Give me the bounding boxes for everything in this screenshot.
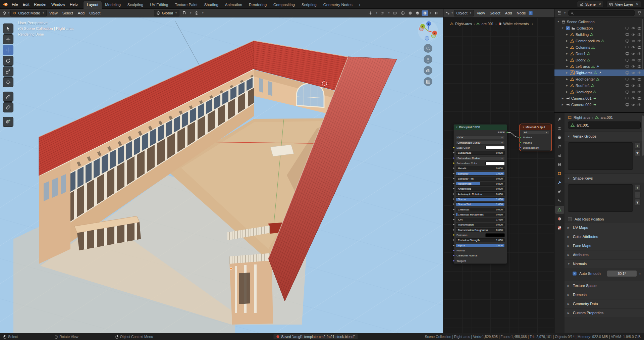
node-collapse-icon[interactable]: ▼ — [522, 126, 524, 128]
cam2-toggle-icon[interactable] — [637, 77, 641, 81]
workspace-tab-rendering[interactable]: Rendering — [246, 1, 270, 9]
viewport-menu-object[interactable]: Object — [87, 10, 102, 16]
slider-clearcoat[interactable]: Clearcoat0.000 — [456, 208, 505, 211]
pause-render-button[interactable] — [432, 10, 440, 16]
viewport-menu-add[interactable]: Add — [76, 10, 87, 16]
outliner-row-building[interactable]: ▶Building — [554, 31, 644, 38]
menu-help[interactable]: Help — [67, 1, 80, 7]
filter-icon[interactable] — [637, 11, 641, 15]
input-socket-subsurface-color[interactable] — [453, 162, 455, 164]
workspace-tab-sculpting[interactable]: Sculpting — [124, 1, 147, 9]
screen-toggle-icon[interactable] — [625, 103, 629, 107]
expander-icon[interactable]: ▶ — [565, 84, 569, 87]
input-socket-clearcoat-normal[interactable] — [453, 254, 455, 256]
screen-toggle-icon[interactable] — [625, 39, 629, 43]
slider-sheen-tint[interactable]: Sheen Tint1.000 — [456, 202, 505, 206]
breadcrumb-object[interactable]: Right-arcs — [574, 115, 590, 119]
screen-toggle-icon[interactable] — [625, 90, 629, 94]
pan-hand-button[interactable] — [424, 55, 432, 64]
input-socket-anisotropic[interactable] — [453, 188, 455, 190]
panel-header-vertex-groups[interactable]: ▼Vertex Groups — [565, 132, 644, 141]
screen-toggle-icon[interactable] — [625, 26, 629, 30]
editor-type-chevron-icon[interactable]: ▼ — [8, 12, 10, 14]
properties-tab-modifiers[interactable] — [555, 179, 564, 187]
outliner-row-left-arcs[interactable]: ▶Left-arcs — [554, 63, 644, 69]
slider-anisotropic-rotation[interactable]: Anisotropic Rotation0.000 — [456, 192, 505, 196]
expander-icon[interactable]: ▶ — [565, 46, 569, 49]
color-swatch-emission[interactable] — [485, 233, 505, 237]
input-socket-sheen[interactable] — [453, 198, 455, 200]
crumb-object[interactable]: Right-arcs — [455, 22, 472, 26]
proportional-editing-toggle[interactable] — [193, 10, 201, 16]
input-socket-normal[interactable] — [453, 249, 455, 251]
viewport-menu-view[interactable]: View — [47, 10, 60, 16]
input-socket-volume[interactable] — [519, 142, 521, 144]
shading-solid-button[interactable] — [407, 10, 414, 16]
cam2-toggle-icon[interactable] — [637, 103, 641, 107]
input-socket-clearcoat[interactable] — [453, 208, 455, 210]
screen-toggle-icon[interactable] — [625, 45, 629, 49]
expander-icon[interactable]: ▶ — [565, 78, 569, 81]
panel-header-texture-space[interactable]: ▶Texture Space — [565, 281, 644, 290]
input-socket-displacement[interactable] — [519, 147, 521, 149]
color-swatch-subsurface-color[interactable] — [485, 161, 505, 165]
properties-tab-render[interactable] — [555, 124, 564, 132]
slider-sheen[interactable]: Sheen1.000 — [456, 197, 505, 201]
outliner-search-input[interactable] — [568, 10, 635, 16]
shading-chevron-icon[interactable]: ▼ — [430, 12, 432, 14]
shader-editor-type-icon[interactable] — [446, 11, 450, 15]
cam2-toggle-icon[interactable] — [637, 71, 641, 75]
tool-scale[interactable] — [3, 66, 13, 77]
slider-subsurface[interactable]: Subsurface0.000 — [456, 151, 505, 155]
node-editor-canvas[interactable]: Right-arcs›arc.001›White elements‹ ▼Prin… — [443, 17, 554, 333]
properties-tab-data[interactable] — [555, 206, 564, 214]
slider-anisotropic[interactable]: Anisotropic0.000 — [456, 187, 505, 191]
input-socket-subsurface[interactable] — [453, 152, 455, 154]
scene-selector[interactable]: Scene ✕ — [577, 1, 604, 7]
workspace-tab-modeling[interactable]: Modeling — [102, 1, 124, 9]
viewport-scene[interactable] — [0, 17, 443, 333]
snap-chevron-icon[interactable]: ▼ — [190, 12, 192, 14]
tool-add-cube[interactable] — [3, 117, 13, 127]
animate-property-icon[interactable]: ● — [639, 273, 641, 275]
panel-header-color-attributes[interactable]: ▶Color Attributes — [565, 232, 644, 241]
workspace-tab-geometry-nodes[interactable]: Geometry Nodes — [320, 1, 356, 9]
viewport-editor-type-icon[interactable] — [2, 11, 6, 15]
editor-type-chevron-icon[interactable]: ▼ — [564, 12, 566, 14]
outliner-row-camera-002[interactable]: ▶Camera.002 — [554, 101, 644, 108]
panel-header-remesh[interactable]: ▶Remesh — [565, 290, 644, 299]
workspace-tab-compositing[interactable]: Compositing — [270, 1, 298, 9]
workspace-tab-layout[interactable]: Layout — [84, 1, 102, 9]
properties-scrollbar[interactable] — [642, 115, 644, 156]
outliner-row-roof-center[interactable]: ▶Roof-center — [554, 76, 644, 82]
tool-move[interactable] — [3, 45, 13, 55]
slider-transmission[interactable]: Transmission0.000 — [456, 223, 505, 227]
outliner-editor-icon[interactable] — [557, 11, 561, 15]
slider-specular[interactable]: Specular1.000 — [456, 172, 505, 176]
dropdown-ggx[interactable]: GGX▼ — [456, 136, 505, 139]
vertex-groups-list[interactable] — [568, 142, 633, 170]
vertex-groups-add-button[interactable]: + — [634, 142, 641, 149]
screen-toggle-icon[interactable] — [625, 71, 629, 75]
eye-toggle-icon[interactable] — [631, 33, 635, 37]
axis-z-label[interactable]: Z — [428, 22, 430, 26]
overlays-toggle[interactable] — [378, 10, 386, 16]
properties-tab-world[interactable] — [555, 160, 564, 168]
expander-icon[interactable]: ▶ — [561, 97, 565, 100]
outliner-row-camera-001[interactable]: ▶Camera.001 — [554, 95, 644, 101]
blender-logo-icon[interactable] — [3, 2, 8, 7]
expander-icon[interactable]: ▶ — [561, 103, 565, 106]
slider-roughness[interactable]: Roughness0.500 — [456, 182, 505, 186]
dropdown-all[interactable]: All▼ — [522, 131, 549, 134]
shape-keys-add-button[interactable]: + — [634, 184, 641, 191]
outliner-row-door2[interactable]: ▶Door2 — [554, 57, 644, 63]
collection-checkbox[interactable]: ✓ — [566, 26, 570, 30]
tool-select-box[interactable] — [3, 23, 13, 34]
editor-type-chevron-icon[interactable]: ▼ — [451, 12, 453, 14]
eye-toggle-icon[interactable] — [631, 26, 635, 30]
eye-toggle-icon[interactable] — [631, 39, 635, 43]
tool-annotate[interactable] — [3, 92, 13, 102]
shape-keys-specials-button[interactable]: ▼ — [634, 199, 641, 205]
outliner-row-roof-right[interactable]: ▶Roof-right — [554, 89, 644, 95]
screen-toggle-icon[interactable] — [625, 96, 629, 100]
